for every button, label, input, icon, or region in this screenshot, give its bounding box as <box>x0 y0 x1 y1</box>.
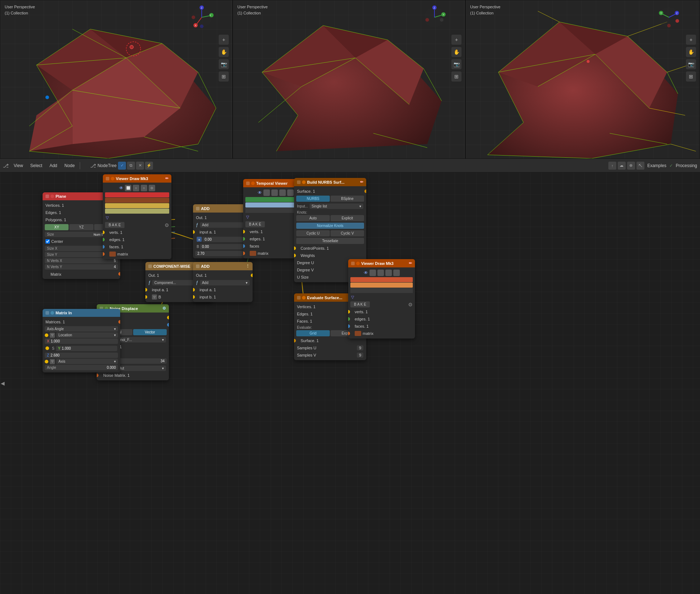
tool-icon[interactable]: ⛏ <box>636 162 644 170</box>
nurbs-tessellate-btn[interactable]: Tessellate <box>296 238 364 244</box>
compwise-b-socket[interactable] <box>145 295 147 299</box>
noise-vector-btn[interactable]: Vector <box>133 329 167 335</box>
add2-collapse[interactable] <box>196 265 200 268</box>
nurbs-cyclicv-btn[interactable]: Cyclic V <box>331 230 364 236</box>
compwise-a-socket[interactable] <box>145 288 147 292</box>
nurbs-input-dropdown[interactable]: Single list <box>310 204 363 209</box>
nurbs-edit-icon[interactable]: ✏ <box>360 180 363 184</box>
add2-more[interactable]: ⋮ <box>246 264 250 268</box>
vd1-edges-socket[interactable] <box>103 238 105 241</box>
grid-icon-3[interactable]: ⊞ <box>686 71 696 82</box>
matrix-axis-socket[interactable] <box>45 360 48 363</box>
matrix-matrices-socket[interactable] <box>118 320 120 324</box>
add1-b-field-val[interactable]: 0.00 <box>202 245 209 249</box>
vd1-icon3[interactable]: ○ <box>141 185 147 191</box>
add1-val3[interactable]: 2.70 <box>197 252 204 255</box>
eval-samplesv-val[interactable]: 9 <box>357 353 363 358</box>
overlay-icon[interactable]: ☁ <box>618 162 626 170</box>
add1-func-dropdown[interactable]: Add <box>200 222 250 228</box>
nurbs-surface-socket[interactable] <box>364 189 366 193</box>
menu-select[interactable]: Select <box>28 162 44 169</box>
vd2-collapse[interactable] <box>351 262 355 265</box>
nurbs-collapse[interactable] <box>297 180 301 184</box>
temporal-eye-icon[interactable]: 👁 <box>258 190 262 195</box>
eval-grid-btn[interactable]: Grid <box>296 330 330 336</box>
menu-view[interactable]: View <box>12 162 25 169</box>
eval-collapse[interactable] <box>297 296 301 300</box>
temporal-bake-btn[interactable]: B A K E <box>245 221 265 227</box>
vd2-verts-socket[interactable] <box>348 310 350 314</box>
camera-icon[interactable]: 📷 <box>219 59 229 69</box>
vd1-settings-icon[interactable]: ⚙ <box>165 222 169 228</box>
matrix-axisangle-dropdown[interactable]: Axis Angle <box>45 326 118 332</box>
temporal-icon4[interactable] <box>287 189 294 196</box>
plane-xy-btn[interactable]: XY <box>45 224 69 230</box>
vd1-matrix-socket[interactable] <box>103 252 105 256</box>
vd1-icon4[interactable]: ⊙ <box>149 185 155 191</box>
matrix-angle-val[interactable]: 0.000 <box>107 366 116 370</box>
eval-surface-socket[interactable] <box>294 339 296 342</box>
undo-icon[interactable]: ↑ <box>608 162 616 170</box>
nurbs-explicit-btn[interactable]: Explicit <box>331 215 364 221</box>
matrix-axis-arrow[interactable]: ▽ <box>50 359 55 364</box>
matrix-s-socket[interactable] <box>45 346 49 350</box>
noise-vertices-socket[interactable] <box>167 316 169 319</box>
nurbs-cyclicu-btn[interactable]: Cyclic U <box>296 230 330 236</box>
matrix-location-arrow[interactable]: ▽ <box>50 333 55 338</box>
nurbs-normalize-btn[interactable]: Normalize Knots <box>296 223 364 229</box>
nurbs-cp-in-socket[interactable] <box>294 246 296 250</box>
vd1-edit-icon[interactable]: ✏ <box>165 176 169 181</box>
plane-yz-btn[interactable]: YZ <box>69 224 93 230</box>
plane-matrix-socket[interactable] <box>118 272 120 276</box>
noise-matrix-socket[interactable] <box>97 374 99 377</box>
compwise-b-collapse[interactable]: ▽ <box>152 294 157 300</box>
vd2-matrix-socket[interactable] <box>348 332 350 335</box>
temporal-collapse[interactable] <box>246 182 250 185</box>
eval-samplesu-val[interactable]: 9 <box>357 345 363 350</box>
temporal-edges-socket[interactable] <box>243 237 245 241</box>
pan-icon[interactable]: ✋ <box>219 47 229 57</box>
menu-add[interactable]: Add <box>47 162 59 169</box>
grid-icon-2[interactable]: ⊞ <box>451 71 461 82</box>
noise-edit-icon[interactable]: ⚙ <box>162 306 166 311</box>
vd2-settings-icon[interactable]: ⚙ <box>408 302 413 307</box>
vd2-bake-btn[interactable]: B A K E <box>350 301 370 307</box>
grid-icon[interactable]: ⊞ <box>219 71 229 82</box>
vd2-icon2[interactable] <box>377 270 384 276</box>
add2-out-socket[interactable] <box>251 274 253 277</box>
vd2-icon1[interactable] <box>369 270 376 276</box>
vd1-icon2[interactable]: ○ <box>133 185 139 191</box>
vd1-collapse[interactable] <box>106 177 109 180</box>
camera-icon-2[interactable]: 📷 <box>451 59 461 69</box>
add1-a-socket[interactable] <box>193 230 195 234</box>
plane-nvertsy-val[interactable]: 4 <box>114 265 116 269</box>
zoom-icon-3[interactable]: + <box>686 35 696 45</box>
zoom-icon-2[interactable]: + <box>451 35 461 45</box>
nodetree-close-icon[interactable]: ✕ <box>136 162 144 170</box>
add2-func-dropdown[interactable]: Add <box>200 280 250 285</box>
matrix-location-dropdown[interactable]: Location <box>56 332 118 338</box>
temporal-matrix-socket[interactable] <box>243 252 245 255</box>
vd2-icon4[interactable] <box>393 270 400 276</box>
vd1-bake-btn[interactable]: B A K E <box>105 222 124 228</box>
nurbs-auto-btn[interactable]: Auto <box>296 215 330 221</box>
nurbs-weights-socket[interactable] <box>294 254 296 257</box>
add2-a-socket[interactable] <box>193 288 195 292</box>
vd1-icon1[interactable]: ⬜ <box>125 185 131 191</box>
vd2-icon3[interactable] <box>385 270 392 276</box>
nodetree-copy-icon[interactable]: ⧉ <box>127 162 135 170</box>
matrix-x-val[interactable]: 1.000 <box>51 339 60 343</box>
plane-center-check[interactable] <box>45 239 50 244</box>
temporal-faces-socket[interactable] <box>243 244 245 248</box>
examples-button[interactable]: Examples <box>647 163 666 168</box>
matrix-z-val[interactable]: 2.680 <box>51 353 60 357</box>
pan-icon-3[interactable]: ✋ <box>686 47 696 57</box>
pan-icon-2[interactable]: ✋ <box>451 47 461 57</box>
matrix-y-val[interactable]: 1.000 <box>62 346 71 350</box>
vd1-verts-socket[interactable] <box>103 231 105 234</box>
plane-nvertsx-val[interactable]: 5 <box>114 259 116 263</box>
vd2-edges-socket[interactable] <box>348 317 350 321</box>
zoom-icon[interactable]: + <box>219 35 229 45</box>
temporal-verts-socket[interactable] <box>243 230 245 233</box>
vd2-eye-icon[interactable]: 👁 <box>364 270 368 275</box>
